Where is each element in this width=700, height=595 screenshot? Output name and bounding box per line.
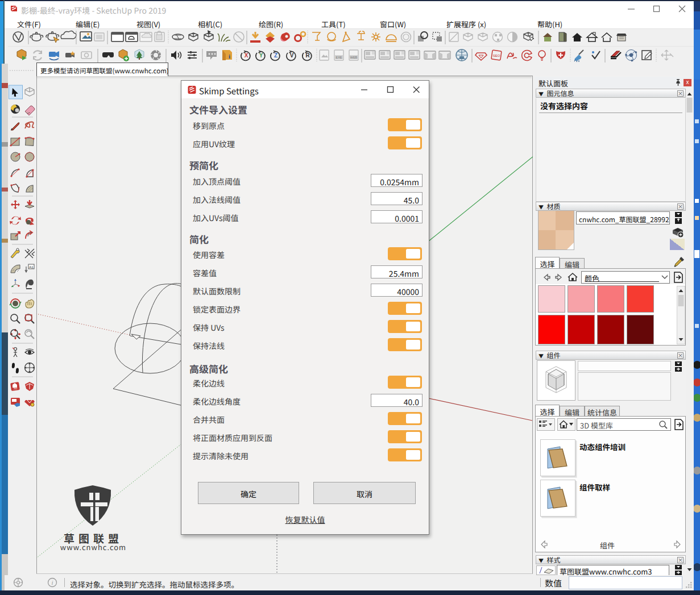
svg-text:i: i: [229, 53, 230, 60]
svg-text:WEB: WEB: [350, 56, 358, 59]
svg-text:A1: A1: [29, 265, 34, 269]
svg-text:V: V: [290, 52, 294, 59]
svg-text:SEO: SEO: [493, 54, 500, 57]
svg-text:EXE: EXE: [335, 56, 342, 59]
svg-text:Y: Y: [259, 52, 263, 59]
svg-text:X: X: [245, 52, 248, 59]
svg-text:5D: 5D: [14, 386, 18, 390]
svg-text:R: R: [305, 52, 310, 59]
svg-text:Z: Z: [274, 52, 277, 59]
svg-text:i: i: [51, 579, 53, 586]
